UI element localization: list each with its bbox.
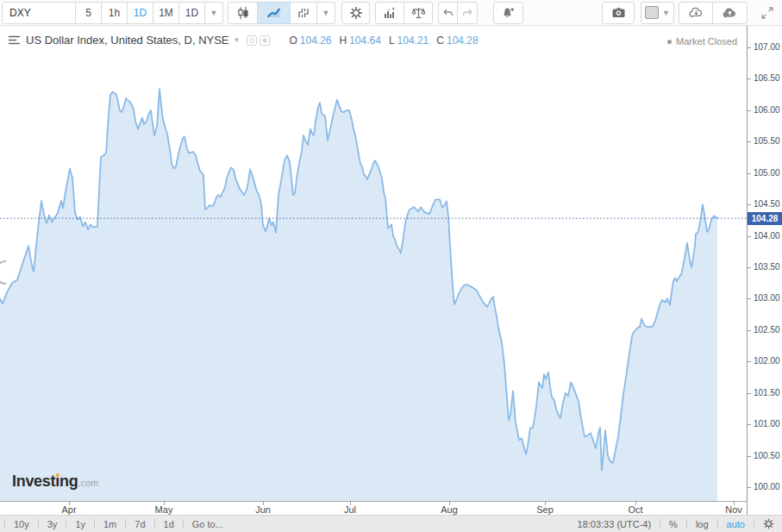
compare-button[interactable]	[404, 2, 433, 24]
price-tick-label: 100.00	[754, 482, 780, 491]
chart-region: US Dollar Index, United States, D, NYSE …	[0, 26, 782, 515]
price-tick-mark	[748, 424, 751, 425]
price-tick-mark	[748, 141, 751, 142]
price-tick-label: 104.00	[754, 231, 780, 241]
range-button-3y[interactable]: 3y	[47, 519, 58, 529]
goto-button[interactable]: Go to...	[192, 519, 223, 529]
gear-icon	[349, 6, 363, 20]
close-value: 104.28	[447, 34, 479, 47]
price-tick-mark	[748, 236, 751, 237]
logo-suffix-text: .com	[78, 478, 98, 488]
open-label: O	[289, 34, 297, 47]
divider	[66, 519, 66, 529]
range-button-7d[interactable]: 7d	[135, 519, 145, 529]
ghost-camera-icon[interactable]	[247, 35, 257, 46]
load-layout-button[interactable]	[679, 2, 713, 24]
price-tick-label: 107.00	[754, 42, 780, 52]
axis-settings-gear-icon[interactable]	[763, 518, 774, 529]
close-label: C	[436, 34, 444, 47]
time-tick-label: Sep	[528, 504, 562, 515]
investing-logo: Investıng.com	[12, 473, 98, 491]
title-dropdown-caret[interactable]: ▼	[234, 36, 241, 44]
price-tick-mark	[748, 204, 751, 205]
market-status: Market Closed	[667, 36, 737, 47]
price-chart-plot[interactable]	[0, 26, 747, 501]
range-button-1y[interactable]: 1y	[75, 519, 85, 529]
price-tick-mark	[748, 330, 751, 331]
clock-readout[interactable]: 18:03:33 (UTC-4)	[578, 519, 652, 529]
scales-icon	[411, 6, 426, 20]
low-value: 104.21	[397, 34, 429, 47]
menu-icon[interactable]	[9, 35, 20, 45]
price-tick-label: 103.50	[754, 262, 780, 272]
auto-scale-toggle[interactable]: auto	[727, 519, 745, 529]
time-tick-label: Nov	[716, 504, 751, 515]
alert-bell-icon	[501, 6, 516, 20]
divider	[717, 519, 718, 529]
ghost-dot-icon[interactable]	[260, 35, 270, 46]
layout-caret-icon: ▼	[662, 9, 670, 17]
line-chart-icon	[266, 6, 281, 20]
line-chart-button[interactable]	[258, 2, 291, 24]
trading-chart-app: DXY 5 1h 1D 1M 1D ▼	[0, 0, 782, 532]
time-tick-label: Apr	[52, 504, 86, 515]
divider	[38, 519, 39, 529]
interval-button-1d-custom[interactable]: 1D	[179, 2, 205, 24]
range-button-10y[interactable]: 10y	[14, 519, 29, 529]
price-tick-mark	[748, 110, 751, 111]
price-tick-mark	[748, 393, 751, 394]
fullscreen-button[interactable]	[754, 6, 779, 20]
time-tick-label: May	[147, 504, 181, 515]
percent-scale-toggle[interactable]: %	[669, 519, 678, 529]
settings-button[interactable]	[341, 2, 370, 24]
divider	[125, 519, 126, 529]
snapshot-button[interactable]	[602, 2, 635, 24]
divider	[4, 519, 5, 529]
add-alert-button[interactable]	[493, 2, 523, 24]
divider	[660, 519, 660, 529]
interval-button-1h[interactable]: 1h	[102, 2, 128, 24]
price-tick-label: 100.50	[754, 451, 780, 460]
price-tick-label: 101.50	[754, 388, 780, 397]
market-status-label: Market Closed	[676, 36, 737, 47]
left-edge-handle[interactable]	[0, 260, 7, 285]
price-tick-mark	[748, 47, 751, 48]
candlestick-chart-button[interactable]	[228, 2, 258, 24]
interval-button-1d-active[interactable]: 1D	[128, 2, 153, 24]
chart-style-button[interactable]	[291, 2, 317, 24]
indicators-icon	[383, 6, 397, 20]
log-scale-toggle[interactable]: log	[696, 519, 709, 529]
low-label: L	[389, 34, 395, 47]
price-tick-mark	[748, 456, 751, 457]
price-tick-mark	[748, 173, 751, 174]
ohlc-readout: O104.26 H104.64 L104.21 C104.28	[281, 34, 478, 47]
chart-header: US Dollar Index, United States, D, NYSE …	[9, 34, 479, 47]
price-tick-label: 102.50	[754, 325, 780, 335]
chart-title[interactable]: US Dollar Index, United States, D, NYSE	[26, 34, 229, 47]
save-layout-button[interactable]	[713, 2, 748, 24]
candlestick-icon	[236, 6, 250, 20]
range-button-1m[interactable]: 1m	[103, 519, 116, 529]
divider	[754, 519, 754, 529]
chart-style-caret[interactable]: ▼	[317, 2, 335, 24]
price-tick-mark	[748, 487, 751, 488]
price-axis[interactable]: 104.28 107.00106.50106.00105.50105.00104…	[747, 26, 782, 515]
status-dot-icon	[667, 40, 672, 44]
range-button-1d[interactable]: 1d	[164, 519, 174, 529]
indicators-button[interactable]	[375, 2, 404, 24]
redo-arrow-icon	[461, 7, 474, 19]
last-price-badge: 104.28	[748, 212, 782, 225]
interval-button-1m[interactable]: 1M	[153, 2, 179, 24]
time-axis[interactable]: AprMayJunJulAugSepOctNov	[0, 501, 747, 516]
redo-button[interactable]	[458, 2, 478, 24]
symbol-input[interactable]: DXY	[2, 2, 76, 24]
undo-button[interactable]	[438, 2, 458, 24]
time-tick-label: Aug	[432, 504, 466, 515]
interval-button-5[interactable]: 5	[76, 2, 102, 24]
layout-select-button[interactable]: ▼	[641, 2, 674, 24]
price-tick-mark	[748, 298, 751, 299]
step-chart-icon	[297, 6, 310, 20]
divider	[183, 519, 184, 529]
interval-dropdown-caret[interactable]: ▼	[205, 2, 223, 24]
price-tick-mark	[748, 267, 751, 268]
